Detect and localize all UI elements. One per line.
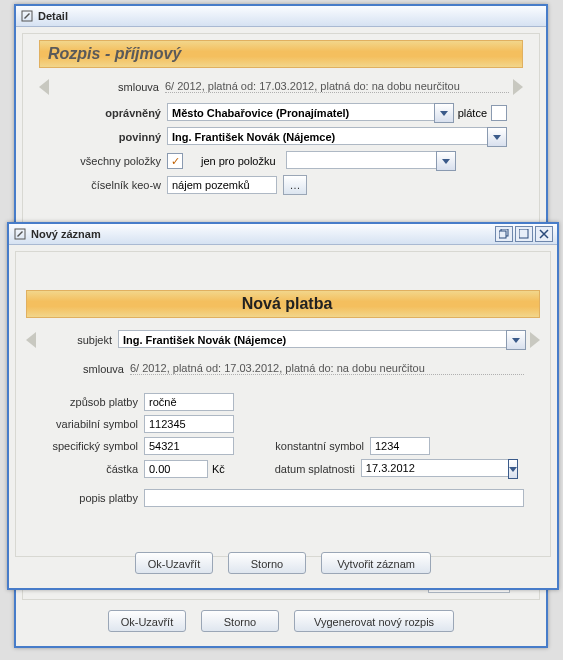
detail-storno-button[interactable]: Storno <box>201 610 279 632</box>
splat-label: datum splatnosti <box>225 463 361 475</box>
detail-title: Detail <box>38 10 68 22</box>
platce-checkbox[interactable] <box>491 105 507 121</box>
ciselnik-lookup-button[interactable]: … <box>283 175 307 195</box>
newrec-title: Nový záznam <box>31 228 101 240</box>
ellipsis-icon: … <box>290 179 301 191</box>
spec-input[interactable] <box>144 437 234 455</box>
povinny-combo[interactable]: Ing. František Novák (Nájemce) <box>167 127 507 147</box>
newrec-smlouva-label: smlouva <box>42 363 130 375</box>
var-label: variabilní symbol <box>42 418 144 430</box>
newrec-titlebar[interactable]: Nový záznam <box>9 224 557 245</box>
zpusob-label: způsob platby <box>42 396 144 408</box>
edit-icon <box>13 227 27 241</box>
opravneny-value: Město Chabařovice (Pronajímatel) <box>167 103 434 121</box>
kc-label: Kč <box>212 463 225 475</box>
prev-subject-arrow-icon[interactable] <box>26 332 36 348</box>
new-record-window: Nový záznam Nová platba subjekt Ing. Fra… <box>7 222 559 590</box>
maximize-window-button[interactable] <box>515 226 533 242</box>
newrec-ok-button[interactable]: Ok-Uzavřít <box>135 552 213 574</box>
edit-icon <box>20 9 34 23</box>
detail-footer: Ok-Uzavřít Storno Vygenerovat nový rozpi… <box>22 602 540 640</box>
restore-window-button[interactable] <box>495 226 513 242</box>
svg-rect-4 <box>519 229 528 238</box>
platce-label: plátce <box>458 107 487 119</box>
konst-label: konstantní symbol <box>234 440 370 452</box>
detail-heading: Rozpis - příjmový <box>39 40 523 68</box>
next-subject-arrow-icon[interactable] <box>530 332 540 348</box>
opravneny-label: oprávněný <box>55 107 167 119</box>
opravneny-combo[interactable]: Město Chabařovice (Pronajímatel) <box>167 103 454 123</box>
detail-generate-button[interactable]: Vygenerovat nový rozpis <box>294 610 454 632</box>
zpusob-input[interactable] <box>144 393 234 411</box>
detail-titlebar[interactable]: Detail <box>16 6 546 27</box>
var-input[interactable] <box>144 415 234 433</box>
castka-input[interactable] <box>144 460 208 478</box>
ciselnik-label: číselník keo-w <box>55 179 167 191</box>
splat-combo[interactable] <box>361 459 461 479</box>
jenpro-combo[interactable] <box>286 151 456 171</box>
opravneny-dropdown-icon[interactable] <box>434 103 454 123</box>
restore-icon <box>499 229 509 239</box>
konst-input[interactable] <box>370 437 430 455</box>
castka-label: částka <box>42 463 144 475</box>
povinny-value: Ing. František Novák (Nájemce) <box>167 127 487 145</box>
svg-rect-3 <box>499 231 506 238</box>
jenpro-label: jen pro položku <box>201 155 276 167</box>
subjekt-value: Ing. František Novák (Nájemce) <box>118 330 506 348</box>
vsechny-checkbox[interactable]: ✓ <box>167 153 183 169</box>
subjekt-label: subjekt <box>40 334 118 346</box>
povinny-dropdown-icon[interactable] <box>487 127 507 147</box>
smlouva-value: 6/ 2012, platná od: 17.03.2012, platná d… <box>165 80 509 93</box>
newrec-heading: Nová platba <box>26 290 540 318</box>
next-record-arrow-icon[interactable] <box>513 79 523 95</box>
subjekt-dropdown-icon[interactable] <box>506 330 526 350</box>
subjekt-combo[interactable]: Ing. František Novák (Nájemce) <box>118 330 526 350</box>
splat-dropdown-icon[interactable] <box>508 459 518 479</box>
povinny-label: povinný <box>55 131 167 143</box>
maximize-icon <box>519 229 529 239</box>
splat-input[interactable] <box>361 459 508 477</box>
detail-ok-button[interactable]: Ok-Uzavřít <box>108 610 186 632</box>
newrec-create-button[interactable]: Vytvořit záznam <box>321 552 431 574</box>
vsechny-label: všechny položky <box>55 155 167 167</box>
spec-label: specifický symbol <box>42 440 144 452</box>
newrec-storno-button[interactable]: Storno <box>228 552 306 574</box>
newrec-smlouva-value: 6/ 2012, platná od: 17.03.2012, platná d… <box>130 362 524 375</box>
prev-record-arrow-icon[interactable] <box>39 79 49 95</box>
smlouva-label: smlouva <box>53 81 165 93</box>
ciselnik-input[interactable] <box>167 176 277 194</box>
popis-input[interactable] <box>144 489 524 507</box>
jenpro-dropdown-icon[interactable] <box>436 151 456 171</box>
newrec-footer: Ok-Uzavřít Storno Vytvořit záznam <box>15 544 551 582</box>
close-window-button[interactable] <box>535 226 553 242</box>
popis-label: popis platby <box>42 492 144 504</box>
jenpro-value <box>286 151 436 169</box>
close-icon <box>539 229 549 239</box>
